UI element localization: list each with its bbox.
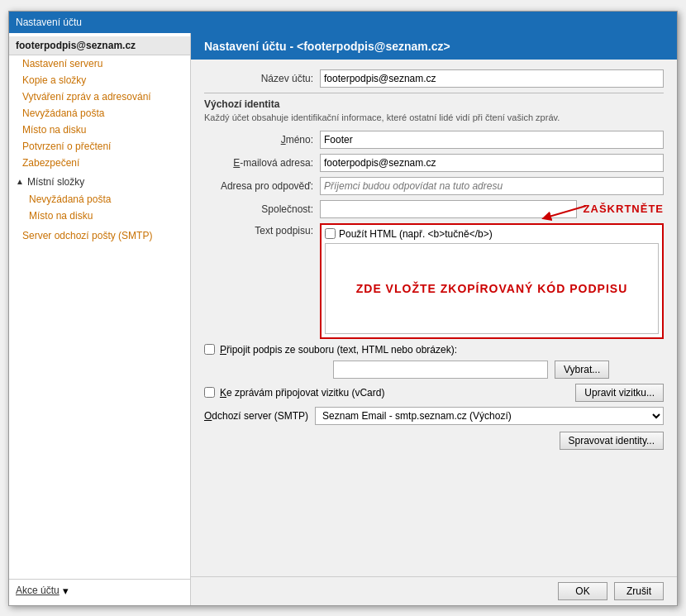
sidebar-account-label: footerpodpis@seznam.cz xyxy=(9,36,190,55)
attach-signature-row: Připojit podpis ze souboru (text, HTML n… xyxy=(204,344,664,356)
email-input[interactable] xyxy=(320,154,664,172)
manage-identities-button[interactable]: Spravovat identity... xyxy=(560,432,665,450)
account-actions-button[interactable]: Akce účtu xyxy=(16,585,60,596)
reply-input[interactable] xyxy=(320,177,664,195)
reply-label: Adresa pro odpověď: xyxy=(204,180,320,192)
signature-placeholder-text: ZDE VLOŽTE ZKOPÍROVANÝ KÓD PODPISU xyxy=(356,282,628,295)
actions-arrow-icon: ▾ xyxy=(63,585,69,597)
reply-label-text: Adresa pro odpověď: xyxy=(221,180,313,192)
local-folders-label: Místní složky xyxy=(27,176,84,188)
signature-label-text: Text podpisu: xyxy=(255,225,313,236)
dialog-title: Nastavení účtu xyxy=(16,17,82,28)
manage-identities-row: Spravovat identity... xyxy=(204,432,664,450)
firstname-input[interactable] xyxy=(320,131,664,149)
cancel-button[interactable]: Zrušit xyxy=(614,582,664,600)
sidebar-item-compose-addressing[interactable]: Vytváření zpráv a adresování xyxy=(9,88,190,105)
main-header: Nastavení účtu - <footerpodpis@seznam.cz… xyxy=(191,33,677,60)
attach-file-input[interactable] xyxy=(333,361,548,379)
sidebar-item-smtp[interactable]: Server odchozí pošty (SMTP) xyxy=(9,227,190,244)
reply-row: Adresa pro odpověď: xyxy=(204,177,664,195)
firstname-row: Jméno: xyxy=(204,131,664,149)
attach-signature-checkbox[interactable] xyxy=(204,344,215,355)
attach-signature-label: Připojit podpis ze souboru (text, HTML n… xyxy=(220,344,457,356)
sidebar-item-disk-local[interactable]: Místo na disku xyxy=(9,208,190,224)
company-row: Společnost: ZAŠKRTNĚ xyxy=(204,200,664,218)
ok-button[interactable]: OK xyxy=(558,582,607,600)
firstname-label: Jméno: xyxy=(204,134,320,146)
html-checkbox-row: Použít HTML (např. <b>tučně</b>) xyxy=(325,228,659,240)
browse-button[interactable]: Vybrat... xyxy=(555,361,609,379)
sidebar-bottom: Akce účtu ▾ xyxy=(9,579,190,602)
attach-file-row: Vybrat... xyxy=(320,361,664,379)
signature-text-area[interactable]: ZDE VLOŽTE ZKOPÍROVANÝ KÓD PODPISU xyxy=(325,243,659,334)
email-label: E-mailová adresa: xyxy=(204,157,320,169)
dialog-content: footerpodpis@seznam.cz Nastavení serveru… xyxy=(9,33,677,605)
annotation-text: ZAŠKRTNĚTE xyxy=(584,203,664,215)
dialog-buttons: OK Zrušit xyxy=(558,582,664,600)
signature-label: Text podpisu: xyxy=(204,223,320,236)
signature-row: Text podpisu: Použít HTML (např. <b>tučn… xyxy=(204,223,664,339)
account-name-label-text: Název účtu: xyxy=(261,73,313,84)
annotation-container: ZAŠKRTNĚTE xyxy=(584,203,664,215)
annotation-arrow-svg xyxy=(538,199,588,222)
sidebar-item-server-settings[interactable]: Nastavení serveru xyxy=(9,55,190,72)
edit-vcard-button[interactable]: Upravit vizitku... xyxy=(575,384,664,402)
sidebar-item-security[interactable]: Zabezpečení xyxy=(9,155,190,171)
email-label-text: E-mailová adresa: xyxy=(233,157,313,169)
triangle-icon: ▲ xyxy=(16,177,24,186)
vcard-checkbox[interactable] xyxy=(204,387,215,398)
company-label: Společnost: xyxy=(204,203,320,215)
svg-line-1 xyxy=(546,206,586,217)
email-row: E-mailová adresa: xyxy=(204,154,664,172)
signature-area: Použít HTML (např. <b>tučně</b>) ZDE VLO… xyxy=(320,223,664,339)
company-label-text: Společnost: xyxy=(261,203,313,215)
sidebar-local-folders-section: ▲ Místní složky xyxy=(9,173,190,191)
smtp-label: Odchozí server (SMTP) xyxy=(204,410,308,422)
main-body: Název účtu: Výchozí identita Každý účet … xyxy=(191,60,677,576)
sidebar-item-disk-space[interactable]: Místo na disku xyxy=(9,122,190,138)
account-name-row: Název účtu: xyxy=(204,69,664,88)
identity-title: Výchozí identita xyxy=(204,98,664,110)
smtp-select[interactable]: Seznam Email - smtp.seznam.cz (Výchozí) xyxy=(315,407,664,425)
bottom-bar: OK Zrušit xyxy=(191,576,677,605)
smtp-row: Odchozí server (SMTP) Seznam Email - smt… xyxy=(204,407,664,425)
firstname-label-text: Jméno: xyxy=(281,134,313,146)
account-name-input[interactable] xyxy=(320,69,664,88)
identity-desc: Každý účet obsahuje identifikační inform… xyxy=(204,112,664,124)
html-checkbox[interactable] xyxy=(325,228,336,239)
sidebar: footerpodpis@seznam.cz Nastavení serveru… xyxy=(9,33,191,605)
account-settings-dialog: Nastavení účtu footerpodpis@seznam.cz Na… xyxy=(8,11,678,606)
html-checkbox-label: Použít HTML (např. <b>tučně</b>) xyxy=(339,228,493,240)
account-name-label: Název účtu: xyxy=(204,73,320,84)
main-panel: Nastavení účtu - <footerpodpis@seznam.cz… xyxy=(191,33,677,605)
vcard-label: Ke zprávám připojovat vizitku (vCard) xyxy=(220,387,384,399)
vcard-row: Ke zprávám připojovat vizitku (vCard) Up… xyxy=(204,384,664,402)
sidebar-item-copies-folders[interactable]: Kopie a složky xyxy=(9,72,190,88)
dialog-titlebar: Nastavení účtu xyxy=(9,12,677,33)
sidebar-item-junk-mail[interactable]: Nevyžádaná pošta xyxy=(9,105,190,122)
sidebar-item-read-receipts[interactable]: Potvrzení o přečtení xyxy=(9,138,190,155)
sidebar-item-junk-local[interactable]: Nevyžádaná pošta xyxy=(9,191,190,208)
